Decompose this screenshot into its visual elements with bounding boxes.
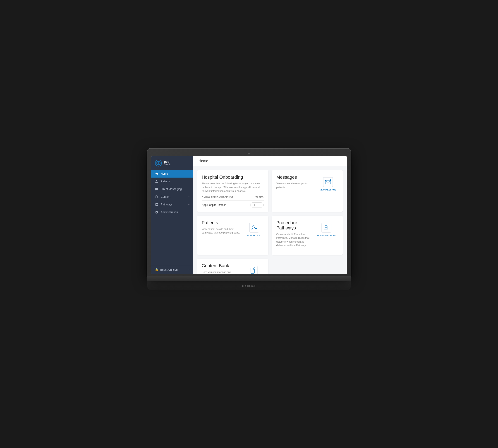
- user-name: Brian Johnson: [160, 268, 187, 271]
- message-icon: [155, 187, 158, 191]
- checklist-label: ONBOARDING CHECKLIST: [202, 196, 233, 199]
- laptop-bottom: MacBook: [147, 281, 351, 290]
- new-patient-label: NEW PATIENT: [247, 234, 262, 237]
- sidebar-item-direct-messaging-label: Direct Messaging: [161, 188, 189, 191]
- laptop-camera: [248, 153, 250, 155]
- pep-health-logo-icon: [155, 160, 162, 167]
- messages-card: Messages View and send messages to patie…: [272, 170, 343, 212]
- document-icon: [155, 195, 158, 199]
- messages-description: View and send messages to patients.: [276, 182, 314, 189]
- new-message-label: NEW MESSAGE: [320, 189, 336, 191]
- content-bank-description: Here you can manage and create all conte…: [202, 270, 238, 274]
- checklist-header: ONBOARDING CHECKLIST TASKS: [202, 196, 264, 201]
- patients-card-content: Patients View patient details and their …: [202, 220, 241, 238]
- svg-rect-9: [322, 223, 331, 232]
- sidebar-item-pathways-label: Pathways: [161, 203, 186, 206]
- laptop-bezel: pep Health Home: [147, 149, 351, 276]
- sidebar-item-patients[interactable]: Patients: [151, 177, 193, 185]
- new-procedure-icon: [321, 222, 332, 233]
- sidebar-footer-user[interactable]: 🔒 Brian Johnson ›: [151, 265, 193, 274]
- content-bank-card-content: Content Bank Here you can manage and cre…: [202, 263, 238, 274]
- new-patient-button[interactable]: NEW PATIENT: [245, 220, 264, 238]
- patients-card: Patients View patient details and their …: [197, 216, 268, 255]
- sidebar-item-home-label: Home: [161, 172, 189, 175]
- onboarding-card: Hospital Onboarding Please complete the …: [197, 170, 268, 212]
- sidebar-logo: pep Health: [151, 156, 193, 170]
- new-document-button[interactable]: NEW DOCUMENT: [242, 263, 264, 274]
- pathways-description: Create and edit Procedure Pathways. Mana…: [276, 232, 311, 247]
- pathways-card: Procedure Pathways Create and edit Proce…: [272, 216, 343, 255]
- pathways-title: Procedure Pathways: [276, 220, 311, 231]
- new-patient-icon: [249, 222, 260, 233]
- sidebar-item-content-label: Content: [161, 195, 186, 198]
- pathway-icon: [155, 203, 158, 206]
- tasks-label: TASKS: [256, 196, 264, 199]
- logo-pep: pep: [164, 160, 171, 163]
- content-chevron-icon: ▾: [188, 196, 189, 198]
- macbook-label: MacBook: [242, 285, 256, 287]
- sidebar-item-content[interactable]: Content ▾: [151, 193, 193, 201]
- main-content: Home Hospital Onboarding Please complete…: [193, 156, 347, 274]
- lock-icon: 🔒: [155, 268, 158, 271]
- sidebar: pep Health Home: [151, 156, 193, 274]
- page-header: Home: [193, 156, 347, 166]
- content-bank-card: Content Bank Here you can manage and cre…: [197, 259, 268, 274]
- laptop-screen: pep Health Home: [151, 156, 347, 274]
- sidebar-item-direct-messaging[interactable]: Direct Messaging: [151, 185, 193, 193]
- onboarding-description: Please complete the following tasks so y…: [202, 182, 264, 193]
- laptop-base: [147, 276, 351, 281]
- content-bank-title: Content Bank: [202, 263, 238, 268]
- patients-title: Patients: [202, 220, 241, 225]
- gear-icon: [155, 210, 158, 214]
- onboarding-title: Hospital Onboarding: [202, 175, 264, 180]
- svg-point-6: [253, 225, 255, 228]
- new-message-button[interactable]: NEW MESSAGE: [318, 175, 338, 193]
- content-area: Hospital Onboarding Please complete the …: [193, 166, 347, 274]
- new-procedure-button[interactable]: NEW PROCEDURE: [315, 220, 338, 238]
- edit-button[interactable]: EDIT: [250, 203, 264, 208]
- new-message-icon: [322, 176, 334, 188]
- sidebar-nav: Home Patients Direct Messagi: [151, 170, 193, 265]
- pathways-chevron-icon: ▾: [188, 203, 189, 206]
- sidebar-item-patients-label: Patients: [161, 180, 189, 183]
- svg-rect-15: [248, 266, 257, 274]
- messages-title: Messages: [276, 175, 314, 180]
- sidebar-item-administration[interactable]: Administration: [151, 208, 193, 216]
- footer-arrow-icon: ›: [188, 268, 189, 271]
- svg-rect-10: [324, 226, 328, 229]
- sidebar-item-administration-label: Administration: [161, 211, 189, 214]
- page-title: Home: [199, 159, 208, 163]
- sidebar-item-home[interactable]: Home: [151, 170, 193, 177]
- checklist-row: App Hospital Details EDIT: [202, 203, 264, 208]
- checklist-item: App Hospital Details: [202, 203, 226, 207]
- laptop-wrapper: pep Health Home: [147, 144, 351, 304]
- patients-description: View patient details and their pathways.…: [202, 227, 241, 235]
- home-icon: [155, 172, 158, 176]
- new-document-icon: [247, 265, 258, 274]
- new-procedure-label: NEW PROCEDURE: [316, 234, 336, 237]
- sidebar-item-pathways[interactable]: Pathways ▾: [151, 201, 193, 208]
- person-icon: [155, 180, 158, 183]
- svg-rect-2: [323, 177, 333, 187]
- messages-card-content: Messages View and send messages to patie…: [276, 175, 314, 192]
- pathways-card-content: Procedure Pathways Create and edit Proce…: [276, 220, 311, 251]
- logo-health: Health: [164, 163, 171, 166]
- logo-text: pep Health: [164, 160, 171, 166]
